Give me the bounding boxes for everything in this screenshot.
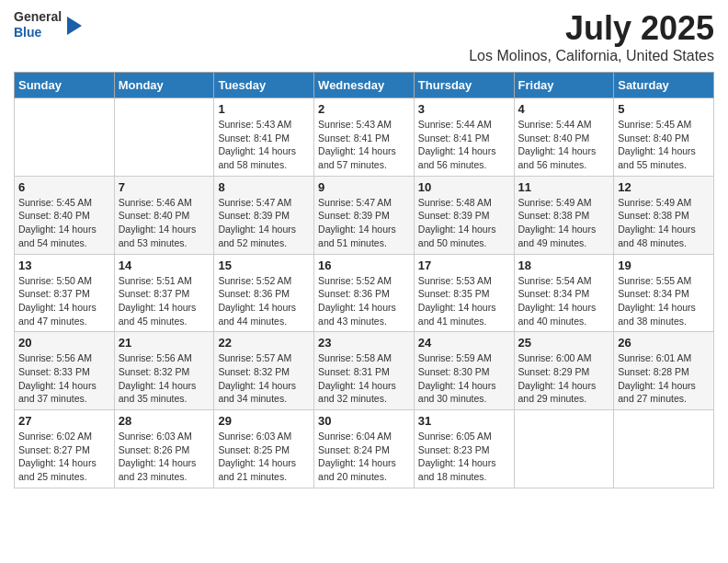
calendar-cell [614,410,714,488]
day-info: Sunrise: 5:43 AM Sunset: 8:41 PM Dayligh… [218,118,310,172]
logo: General Blue [14,9,82,40]
day-info: Sunrise: 5:51 AM Sunset: 8:37 PM Dayligh… [119,274,210,328]
day-number: 31 [418,414,510,428]
calendar-cell: 6Sunrise: 5:45 AM Sunset: 8:40 PM Daylig… [15,176,115,254]
day-number: 17 [418,259,510,272]
calendar-cell [15,98,115,177]
calendar-cell: 15Sunrise: 5:52 AM Sunset: 8:36 PM Dayli… [214,254,314,332]
page-header: General Blue July 2025 Los Molinos, Cali… [14,9,714,64]
calendar-week-row: 1Sunrise: 5:43 AM Sunset: 8:41 PM Daylig… [15,98,714,177]
calendar-cell: 13Sunrise: 5:50 AM Sunset: 8:37 PM Dayli… [15,254,115,332]
day-number: 16 [318,259,410,272]
day-number: 8 [218,180,310,194]
day-info: Sunrise: 5:46 AM Sunset: 8:40 PM Dayligh… [119,196,210,250]
calendar-cell: 27Sunrise: 6:02 AM Sunset: 8:27 PM Dayli… [15,410,115,488]
day-info: Sunrise: 6:00 AM Sunset: 8:29 PM Dayligh… [518,351,610,406]
calendar-cell: 31Sunrise: 6:05 AM Sunset: 8:23 PM Dayli… [414,410,514,488]
calendar-cell: 22Sunrise: 5:57 AM Sunset: 8:32 PM Dayli… [214,332,314,410]
day-number: 18 [518,259,610,272]
calendar-cell: 14Sunrise: 5:51 AM Sunset: 8:37 PM Dayli… [114,254,214,332]
day-number: 6 [18,180,110,194]
logo-line1: General [14,9,62,25]
day-info: Sunrise: 5:56 AM Sunset: 8:33 PM Dayligh… [18,351,110,406]
day-number: 14 [119,259,210,272]
calendar-cell: 21Sunrise: 5:56 AM Sunset: 8:32 PM Dayli… [114,332,214,410]
page-subtitle: Los Molinos, California, United States [469,48,714,64]
day-info: Sunrise: 6:01 AM Sunset: 8:28 PM Dayligh… [618,351,710,406]
day-number: 22 [218,336,310,350]
calendar-cell: 7Sunrise: 5:46 AM Sunset: 8:40 PM Daylig… [114,176,214,254]
day-info: Sunrise: 5:59 AM Sunset: 8:30 PM Dayligh… [418,351,510,406]
calendar-week-row: 13Sunrise: 5:50 AM Sunset: 8:37 PM Dayli… [15,254,714,332]
day-info: Sunrise: 5:45 AM Sunset: 8:40 PM Dayligh… [18,196,110,250]
day-info: Sunrise: 5:43 AM Sunset: 8:41 PM Dayligh… [318,118,410,172]
day-info: Sunrise: 5:54 AM Sunset: 8:34 PM Dayligh… [518,274,610,328]
calendar-cell [514,410,614,488]
calendar-cell: 10Sunrise: 5:48 AM Sunset: 8:39 PM Dayli… [414,176,514,254]
day-number: 25 [518,336,610,350]
day-of-week-header: Friday [514,73,614,98]
day-info: Sunrise: 5:45 AM Sunset: 8:40 PM Dayligh… [618,118,710,172]
calendar-cell: 24Sunrise: 5:59 AM Sunset: 8:30 PM Dayli… [414,332,514,410]
calendar-cell: 8Sunrise: 5:47 AM Sunset: 8:39 PM Daylig… [214,176,314,254]
day-info: Sunrise: 6:04 AM Sunset: 8:24 PM Dayligh… [318,430,410,484]
day-info: Sunrise: 5:49 AM Sunset: 8:38 PM Dayligh… [518,196,610,250]
day-number: 7 [119,180,210,194]
calendar-cell: 9Sunrise: 5:47 AM Sunset: 8:39 PM Daylig… [314,176,415,254]
day-number: 10 [418,180,510,194]
calendar-cell: 5Sunrise: 5:45 AM Sunset: 8:40 PM Daylig… [614,98,714,177]
day-info: Sunrise: 5:58 AM Sunset: 8:31 PM Dayligh… [318,351,410,406]
calendar-cell: 4Sunrise: 5:44 AM Sunset: 8:40 PM Daylig… [514,98,614,177]
calendar-cell: 3Sunrise: 5:44 AM Sunset: 8:41 PM Daylig… [414,98,514,177]
calendar-header-row: SundayMondayTuesdayWednesdayThursdayFrid… [15,73,714,98]
day-number: 24 [418,336,510,350]
day-number: 2 [318,102,410,116]
day-of-week-header: Sunday [15,73,115,98]
day-info: Sunrise: 5:44 AM Sunset: 8:40 PM Dayligh… [518,118,610,172]
day-info: Sunrise: 6:03 AM Sunset: 8:25 PM Dayligh… [218,430,310,484]
day-number: 12 [618,180,710,194]
calendar-cell [114,98,214,177]
day-number: 29 [218,414,310,428]
day-info: Sunrise: 5:48 AM Sunset: 8:39 PM Dayligh… [418,196,510,250]
day-info: Sunrise: 5:49 AM Sunset: 8:38 PM Dayligh… [618,196,710,250]
day-number: 1 [218,102,310,116]
calendar-cell: 19Sunrise: 5:55 AM Sunset: 8:34 PM Dayli… [614,254,714,332]
day-of-week-header: Tuesday [214,73,314,98]
day-number: 26 [618,336,710,350]
day-info: Sunrise: 5:57 AM Sunset: 8:32 PM Dayligh… [218,351,310,406]
calendar-cell: 17Sunrise: 5:53 AM Sunset: 8:35 PM Dayli… [414,254,514,332]
calendar-cell: 11Sunrise: 5:49 AM Sunset: 8:38 PM Dayli… [514,176,614,254]
calendar-week-row: 27Sunrise: 6:02 AM Sunset: 8:27 PM Dayli… [15,410,714,488]
day-info: Sunrise: 5:47 AM Sunset: 8:39 PM Dayligh… [318,196,410,250]
calendar-cell: 28Sunrise: 6:03 AM Sunset: 8:26 PM Dayli… [114,410,214,488]
calendar-cell: 25Sunrise: 6:00 AM Sunset: 8:29 PM Dayli… [514,332,614,410]
day-of-week-header: Wednesday [314,73,415,98]
day-info: Sunrise: 5:47 AM Sunset: 8:39 PM Dayligh… [218,196,310,250]
day-info: Sunrise: 5:50 AM Sunset: 8:37 PM Dayligh… [18,274,110,328]
day-number: 27 [18,414,110,428]
day-number: 13 [18,259,110,272]
calendar-cell: 29Sunrise: 6:03 AM Sunset: 8:25 PM Dayli… [214,410,314,488]
day-number: 30 [318,414,410,428]
calendar-table: SundayMondayTuesdayWednesdayThursdayFrid… [14,72,714,488]
day-number: 23 [318,336,410,350]
day-number: 3 [418,102,510,116]
calendar-cell: 1Sunrise: 5:43 AM Sunset: 8:41 PM Daylig… [214,98,314,177]
calendar-cell: 16Sunrise: 5:52 AM Sunset: 8:36 PM Dayli… [314,254,415,332]
day-number: 5 [618,102,710,116]
day-of-week-header: Saturday [614,73,714,98]
day-of-week-header: Thursday [414,73,514,98]
calendar-cell: 23Sunrise: 5:58 AM Sunset: 8:31 PM Dayli… [314,332,415,410]
day-info: Sunrise: 5:53 AM Sunset: 8:35 PM Dayligh… [418,274,510,328]
logo-arrow-icon [67,17,82,35]
day-number: 19 [618,259,710,272]
calendar-week-row: 6Sunrise: 5:45 AM Sunset: 8:40 PM Daylig… [15,176,714,254]
calendar-cell: 20Sunrise: 5:56 AM Sunset: 8:33 PM Dayli… [15,332,115,410]
day-info: Sunrise: 5:44 AM Sunset: 8:41 PM Dayligh… [418,118,510,172]
day-info: Sunrise: 5:52 AM Sunset: 8:36 PM Dayligh… [218,274,310,328]
day-number: 11 [518,180,610,194]
day-number: 21 [119,336,210,350]
logo-line2: Blue [14,25,62,40]
title-section: July 2025 Los Molinos, California, Unite… [469,9,714,64]
